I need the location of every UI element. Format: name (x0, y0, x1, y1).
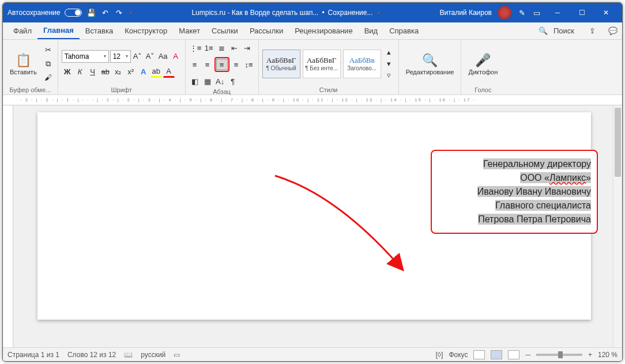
undo-icon[interactable]: ↶ (100, 8, 110, 17)
tab-help[interactable]: Справка (383, 22, 424, 39)
page-indicator[interactable]: Страница 1 из 1 (7, 351, 59, 359)
tab-mailings[interactable]: Рассылки (244, 22, 289, 39)
view-read-icon[interactable] (473, 350, 485, 359)
language-indicator[interactable]: русский (141, 351, 165, 359)
align-justify-icon[interactable]: ≡ (231, 59, 242, 70)
editing-button[interactable]: 🔍 Редактирование (402, 51, 458, 77)
autosave-toggle[interactable] (65, 9, 82, 17)
focus-label[interactable]: Фокус (449, 351, 468, 359)
comments-icon[interactable]: 💬 (608, 26, 618, 35)
tab-file[interactable]: Файл (7, 22, 37, 39)
vertical-ruler[interactable] (3, 105, 13, 347)
doc-line-5[interactable]: Петрова Петра Петровича (438, 214, 591, 225)
zoom-level[interactable]: 120 % (598, 351, 618, 359)
minimize-button[interactable]: ─ (546, 5, 569, 21)
mic-icon: 🎤 (475, 52, 491, 69)
vertical-scrollbar[interactable] (613, 105, 622, 347)
decrease-indent-icon[interactable]: ⇤ (228, 42, 240, 54)
redo-icon[interactable]: ↷ (114, 8, 123, 17)
tab-design[interactable]: Конструктор (119, 22, 173, 39)
close-button[interactable]: ✕ (594, 5, 618, 21)
document-text-callout: Генеральному директору ООО «Лампикс» Ива… (431, 150, 598, 234)
spellcheck-icon[interactable]: 📖 (124, 351, 133, 359)
styles-more-icon[interactable]: ▿ (383, 70, 395, 81)
multilevel-icon[interactable]: ≣ (216, 42, 227, 54)
decrease-font-icon[interactable]: A˅ (145, 51, 156, 62)
tab-references[interactable]: Ссылки (206, 22, 244, 39)
zoom-out-icon[interactable]: ─ (525, 351, 530, 359)
save-icon[interactable]: 💾 (86, 8, 96, 17)
word-count[interactable]: Слово 12 из 12 (67, 351, 116, 359)
styles-down-icon[interactable]: ▾ (383, 58, 395, 70)
user-name: Виталий Каиров (439, 9, 492, 17)
doc-line-3[interactable]: Иванову Ивану Ивановичу (438, 187, 591, 197)
numbering-icon[interactable]: 1≡ (203, 42, 214, 54)
search-icon[interactable]: 🔍 (539, 26, 548, 35)
present-icon[interactable]: ✎ (517, 8, 526, 17)
increase-font-icon[interactable]: A˄ (132, 51, 144, 62)
align-right-icon[interactable]: ≡ (216, 59, 228, 70)
title-bar: Автосохранение 💾 ↶ ↷ ▼ Lumpics.ru - Как … (3, 3, 622, 22)
horizontal-ruler[interactable]: · 3 · | · 2 · | · 1 · | · · · | · 1 · | … (3, 95, 622, 105)
underline-button[interactable]: Ч (87, 66, 99, 78)
copy-icon[interactable]: ⧉ (43, 58, 54, 70)
qat-more-icon[interactable]: ▼ (128, 10, 133, 16)
ribbon-tabs: Файл Главная Вставка Конструктор Макет С… (3, 22, 622, 40)
view-print-icon[interactable] (491, 350, 502, 359)
style-no-spacing[interactable]: АаБбВвГ ¶ Без инте... (303, 50, 341, 78)
format-painter-icon[interactable]: 🖌 (43, 72, 54, 84)
tab-view[interactable]: Вид (359, 22, 384, 39)
cut-icon[interactable]: ✂ (43, 44, 54, 56)
tab-insert[interactable]: Вставка (80, 22, 119, 39)
share-icon[interactable]: ⇪ (589, 26, 596, 35)
avatar[interactable] (498, 6, 511, 20)
maximize-button[interactable]: ☐ (570, 5, 593, 21)
tab-review[interactable]: Рецензирование (289, 22, 358, 39)
view-web-icon[interactable] (508, 350, 519, 359)
dictate-button[interactable]: 🎤 Диктофон (465, 51, 501, 77)
style-normal[interactable]: АаБбВвГ ¶ Обычный (262, 50, 300, 78)
search-icon-big: 🔍 (422, 52, 438, 69)
change-case-icon[interactable]: Aa (157, 51, 169, 62)
font-label: Шрифт (62, 85, 182, 93)
style-heading1[interactable]: АаБбВв Заголово... (343, 50, 381, 78)
highlight-icon[interactable]: ab (150, 66, 162, 78)
zoom-in-icon[interactable]: + (588, 351, 592, 359)
align-left-icon[interactable]: ≡ (189, 59, 201, 70)
doc-line-4[interactable]: Главного специалиста (438, 200, 591, 211)
italic-button[interactable]: К (74, 66, 86, 78)
group-clipboard: 📋 Вставить ✂ ⧉ 🖌 Буфер обме... (3, 40, 58, 94)
paste-label: Вставить (10, 69, 37, 75)
doc-line-2[interactable]: ООО «Лампикс» (438, 173, 591, 183)
sort-icon[interactable]: A↓ (214, 75, 226, 87)
strike-button[interactable]: ab (100, 66, 111, 78)
bullets-icon[interactable]: ⋮≡ (189, 42, 202, 54)
zoom-slider[interactable] (536, 354, 582, 356)
accessibility-icon[interactable]: ▭ (174, 351, 180, 359)
tab-home[interactable]: Главная (37, 22, 80, 39)
text-effects-icon[interactable]: A (138, 66, 149, 78)
superscript-button[interactable]: x² (125, 66, 137, 78)
increase-indent-icon[interactable]: ⇥ (241, 42, 253, 54)
line-spacing-icon[interactable]: ↕≡ (243, 59, 255, 70)
focus-icon[interactable]: [◊] (436, 351, 443, 359)
font-size-box[interactable]: 12▾ (110, 50, 131, 63)
ribbon: 📋 Вставить ✂ ⧉ 🖌 Буфер обме... Tahoma▾ 1… (3, 40, 622, 95)
bold-button[interactable]: Ж (62, 66, 73, 78)
font-name-box[interactable]: Tahoma▾ (62, 50, 109, 63)
ribbon-mode-icon[interactable]: ▭ (532, 8, 541, 17)
font-color-icon[interactable]: A (163, 66, 175, 78)
doc-line-1[interactable]: Генеральному директору (438, 159, 591, 169)
align-center-icon[interactable]: ≡ (202, 59, 213, 70)
search-label[interactable]: Поиск (554, 26, 574, 35)
clear-format-icon[interactable]: A (170, 51, 182, 62)
borders-icon[interactable]: ▦ (202, 75, 213, 87)
subscript-button[interactable]: x₂ (112, 66, 124, 78)
show-marks-icon[interactable]: ¶ (227, 75, 239, 87)
paste-icon: 📋 (16, 52, 31, 69)
shading-icon[interactable]: ◧ (189, 75, 201, 87)
tab-layout[interactable]: Макет (173, 22, 206, 39)
styles-up-icon[interactable]: ▴ (383, 47, 395, 58)
styles-label: Стили (262, 85, 395, 93)
paste-button[interactable]: 📋 Вставить (6, 51, 40, 77)
